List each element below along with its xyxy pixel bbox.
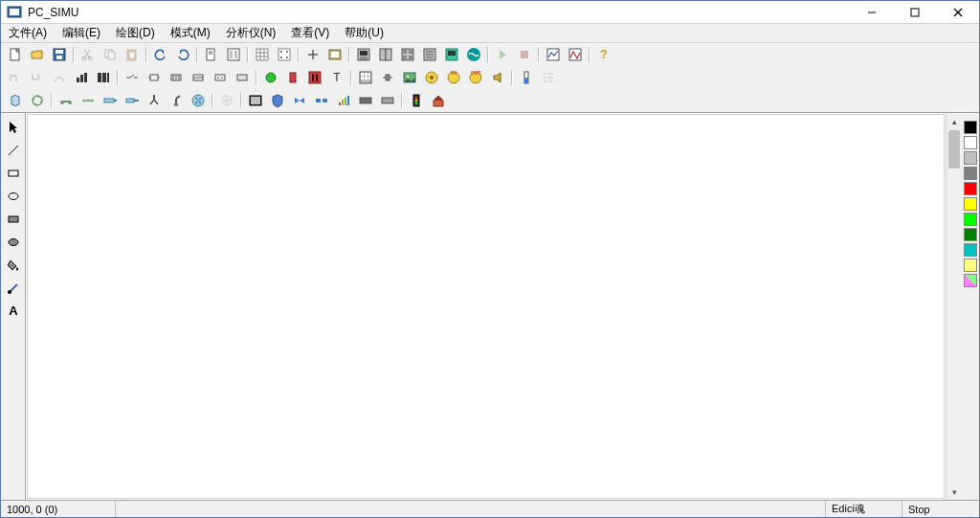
- drawing-canvas[interactable]: [27, 114, 945, 499]
- color-swatch-2[interactable]: [964, 151, 977, 165]
- properties-button[interactable]: [302, 44, 323, 65]
- save-file-button[interactable]: [49, 44, 70, 65]
- open-file-button[interactable]: [27, 44, 48, 65]
- color-swatch-4[interactable]: [964, 182, 977, 195]
- new-file-button[interactable]: [5, 44, 26, 65]
- cylinder1-button[interactable]: [100, 90, 121, 111]
- motor-out-button[interactable]: OUT: [465, 67, 486, 88]
- color-swatch-5[interactable]: [964, 197, 977, 211]
- help-button[interactable]: ?: [593, 44, 614, 65]
- tank-button[interactable]: [5, 90, 26, 111]
- rectangle-tool[interactable]: [3, 163, 24, 184]
- text-label-button[interactable]: T: [326, 67, 347, 88]
- module1-button[interactable]: [375, 44, 396, 65]
- switch-no-button[interactable]: [122, 67, 143, 88]
- maximize-button[interactable]: [893, 1, 936, 24]
- arduino-button[interactable]: [463, 44, 484, 65]
- color-swatch-6[interactable]: [964, 213, 977, 226]
- brush-tool[interactable]: [3, 278, 24, 299]
- conveyor-roller-button[interactable]: [78, 90, 99, 111]
- cylinder2-button[interactable]: [122, 90, 143, 111]
- scroll-up-icon[interactable]: ▴: [947, 113, 962, 129]
- page-layout-button[interactable]: [223, 44, 244, 65]
- menu-mode[interactable]: 模式(M): [163, 23, 218, 43]
- scroll-down-icon[interactable]: ▾: [947, 484, 962, 500]
- house-button[interactable]: [428, 90, 449, 111]
- shape-curve-button[interactable]: [49, 67, 70, 88]
- panel-button[interactable]: [245, 90, 266, 111]
- color-swatch-0[interactable]: [964, 121, 977, 134]
- color-swatch-3[interactable]: [964, 167, 977, 180]
- menu-help[interactable]: 帮助(U): [337, 23, 391, 43]
- module4-button[interactable]: [441, 44, 462, 65]
- grid-toggle-button[interactable]: [252, 44, 273, 65]
- pipe-joint-button[interactable]: [311, 90, 332, 111]
- color-swatch-7[interactable]: [964, 228, 977, 241]
- display-7seg-button[interactable]: [304, 67, 325, 88]
- hatch1-button[interactable]: [355, 90, 376, 111]
- image-button[interactable]: [399, 67, 420, 88]
- switch-nc-button[interactable]: [144, 67, 165, 88]
- target-button[interactable]: [216, 90, 237, 111]
- relay2-button[interactable]: [188, 67, 209, 88]
- line-tool[interactable]: [3, 140, 24, 161]
- chart-bars-button[interactable]: [71, 67, 92, 88]
- plc-button[interactable]: [353, 44, 374, 65]
- close-button[interactable]: [936, 1, 979, 24]
- graph1-button[interactable]: [543, 44, 564, 65]
- run-button[interactable]: [492, 44, 513, 65]
- led-green-button[interactable]: [260, 67, 281, 88]
- keypad-button[interactable]: [355, 67, 376, 88]
- hatch2-button[interactable]: [377, 90, 398, 111]
- gripper-button[interactable]: [144, 90, 165, 111]
- chart-bars2-button[interactable]: [93, 67, 114, 88]
- minimize-button[interactable]: [850, 1, 893, 24]
- slider-button[interactable]: [377, 67, 398, 88]
- valve-button[interactable]: [289, 90, 310, 111]
- signal-list-button[interactable]: [538, 67, 559, 88]
- color-swatch-10[interactable]: [964, 274, 977, 287]
- shape-step-down-button[interactable]: [27, 67, 48, 88]
- scroll-thumb[interactable]: [948, 130, 960, 169]
- color-swatch-9[interactable]: [964, 259, 977, 272]
- menu-view[interactable]: 查看(V): [283, 23, 337, 43]
- fan-button[interactable]: [188, 90, 209, 111]
- stop-button[interactable]: [514, 44, 535, 65]
- color-swatch-1[interactable]: [964, 136, 977, 149]
- undo-button[interactable]: [150, 44, 171, 65]
- speaker-button[interactable]: [487, 67, 508, 88]
- level-indicator-button[interactable]: [516, 67, 537, 88]
- module3-button[interactable]: [419, 44, 440, 65]
- text-tool[interactable]: A: [3, 301, 24, 322]
- menu-draw[interactable]: 绘图(D): [108, 23, 163, 43]
- relay4-button[interactable]: [232, 67, 253, 88]
- shape-step-button[interactable]: [5, 67, 26, 88]
- conveyor-flat-button[interactable]: [56, 90, 77, 111]
- filled-rect-tool[interactable]: [3, 209, 24, 230]
- shield-button[interactable]: [267, 90, 288, 111]
- graph2-button[interactable]: [565, 44, 586, 65]
- cut-button[interactable]: [78, 44, 99, 65]
- signal-bars-button[interactable]: [333, 90, 354, 111]
- paint-bucket-tool[interactable]: [3, 255, 24, 276]
- ellipse-tool[interactable]: [3, 186, 24, 207]
- redo-button[interactable]: [172, 44, 193, 65]
- relay1-button[interactable]: [166, 67, 187, 88]
- led-box-button[interactable]: [282, 67, 303, 88]
- filled-ellipse-tool[interactable]: [3, 232, 24, 253]
- robot-arm-button[interactable]: [166, 90, 187, 111]
- snap-grid-button[interactable]: [274, 44, 295, 65]
- traffic-light-button[interactable]: [406, 90, 427, 111]
- vertical-scrollbar[interactable]: ▴ ▾: [946, 113, 962, 500]
- menu-file[interactable]: 文件(A): [1, 23, 55, 43]
- paste-button[interactable]: [122, 44, 143, 65]
- menu-edit[interactable]: 编辑(E): [55, 23, 108, 43]
- config-button[interactable]: [324, 44, 345, 65]
- motor-in-button[interactable]: IN: [443, 67, 464, 88]
- motor-button[interactable]: [421, 67, 442, 88]
- copy-button[interactable]: [100, 44, 121, 65]
- relay3-button[interactable]: [210, 67, 231, 88]
- pointer-tool[interactable]: [3, 117, 24, 138]
- module2-button[interactable]: [397, 44, 418, 65]
- menu-analyzer[interactable]: 分析仪(N): [218, 23, 284, 43]
